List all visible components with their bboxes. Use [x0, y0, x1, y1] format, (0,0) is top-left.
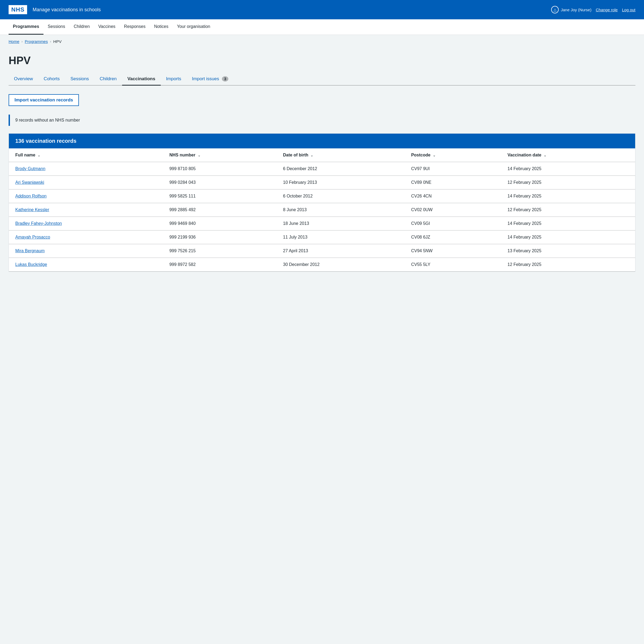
cell-nhs-7: 999 8972 582 — [163, 258, 277, 272]
warning-text: 9 records without an NHS number — [15, 118, 80, 122]
cell-vax-date-6: 13 February 2025 — [501, 244, 635, 258]
cell-nhs-3: 999 2885 492 — [163, 203, 277, 217]
nav-item-sessions[interactable]: Sessions — [43, 19, 69, 35]
user-name: Jane Joy (Nurse) — [561, 8, 591, 12]
cell-nhs-0: 999 8710 805 — [163, 162, 277, 176]
main-content: HPV Overview Cohorts Sessions Children V… — [0, 48, 644, 285]
col-header-vaccination-date[interactable]: Vaccination date ⌄ — [501, 148, 635, 162]
records-count-header: 136 vaccination records — [9, 134, 635, 148]
page-title: HPV — [9, 54, 635, 67]
cell-name-4: Bradley Fahey-Johnston — [9, 217, 163, 230]
patient-link-5[interactable]: Amayah Prosacco — [15, 235, 50, 239]
nhs-logo: NHS — [9, 5, 27, 14]
breadcrumb-home[interactable]: Home — [9, 39, 19, 44]
cell-postcode-3: CV02 0UW — [405, 203, 501, 217]
cell-postcode-0: CV97 9UI — [405, 162, 501, 176]
tab-overview[interactable]: Overview — [9, 73, 38, 86]
main-nav: Programmes Sessions Children Vaccines Re… — [0, 19, 644, 35]
cell-postcode-1: CV89 0NE — [405, 176, 501, 189]
cell-vax-date-7: 12 February 2025 — [501, 258, 635, 272]
cell-nhs-2: 999 5825 111 — [163, 189, 277, 203]
breadcrumb-current: HPV — [53, 39, 62, 44]
sort-icon-postcode: ⌄ — [433, 153, 436, 157]
header-left: NHS Manage vaccinations in schools — [9, 5, 101, 14]
cell-nhs-6: 999 7526 215 — [163, 244, 277, 258]
breadcrumb-sep-2: › — [50, 39, 51, 43]
cell-vax-date-3: 12 February 2025 — [501, 203, 635, 217]
patient-link-1[interactable]: Ari Swaniawski — [15, 180, 44, 185]
table-header-row: Full name ⌄ NHS number ⌄ Date of birth ⌄… — [9, 148, 635, 162]
tab-sessions[interactable]: Sessions — [65, 73, 94, 86]
patient-link-3[interactable]: Katherine Kessler — [15, 207, 49, 212]
patient-link-4[interactable]: Bradley Fahey-Johnston — [15, 221, 62, 226]
patient-link-6[interactable]: Mira Bergnaum — [15, 248, 45, 253]
cell-dob-0: 6 December 2012 — [277, 162, 405, 176]
cell-name-5: Amayah Prosacco — [9, 230, 163, 244]
site-title: Manage vaccinations in schools — [32, 7, 101, 13]
vaccination-records-table-container: 136 vaccination records Full name ⌄ NHS … — [9, 133, 635, 272]
log-out-link[interactable]: Log out — [622, 8, 635, 12]
nav-item-responses[interactable]: Responses — [120, 19, 150, 35]
cell-nhs-5: 999 2199 936 — [163, 230, 277, 244]
col-header-nhs-number[interactable]: NHS number ⌄ — [163, 148, 277, 162]
sort-icon-dob: ⌄ — [310, 153, 313, 157]
tab-children[interactable]: Children — [94, 73, 122, 86]
records-count-text: 136 vaccination records — [15, 138, 76, 144]
cell-vax-date-1: 12 February 2025 — [501, 176, 635, 189]
user-icon: △ — [551, 6, 559, 13]
nav-item-your-organisation[interactable]: Your organisation — [173, 19, 214, 35]
cell-postcode-7: CV55 5LY — [405, 258, 501, 272]
vaccination-records-table: Full name ⌄ NHS number ⌄ Date of birth ⌄… — [9, 148, 635, 272]
breadcrumb: Home › Programmes › HPV — [0, 35, 644, 48]
cell-dob-7: 30 December 2012 — [277, 258, 405, 272]
sort-icon-name: ⌄ — [38, 153, 40, 157]
table-row: Lukas Buckridge 999 8972 582 30 December… — [9, 258, 635, 272]
patient-link-0[interactable]: Brody Gutmann — [15, 166, 45, 171]
cell-vax-date-0: 14 February 2025 — [501, 162, 635, 176]
cell-postcode-2: CV26 4CN — [405, 189, 501, 203]
tab-import-issues[interactable]: Import issues 3 — [186, 73, 234, 86]
col-header-postcode[interactable]: Postcode ⌄ — [405, 148, 501, 162]
tab-vaccinations[interactable]: Vaccinations — [122, 73, 161, 86]
cell-dob-1: 10 February 2013 — [277, 176, 405, 189]
table-row: Ari Swaniawski 999 0284 043 10 February … — [9, 176, 635, 189]
cell-name-2: Addison Rolfson — [9, 189, 163, 203]
cell-name-0: Brody Gutmann — [9, 162, 163, 176]
cell-vax-date-5: 14 February 2025 — [501, 230, 635, 244]
nav-item-vaccines[interactable]: Vaccines — [94, 19, 120, 35]
cell-dob-6: 27 April 2013 — [277, 244, 405, 258]
nav-item-children[interactable]: Children — [69, 19, 94, 35]
breadcrumb-programmes[interactable]: Programmes — [25, 39, 48, 44]
tab-imports[interactable]: Imports — [161, 73, 187, 86]
table-row: Mira Bergnaum 999 7526 215 27 April 2013… — [9, 244, 635, 258]
nav-item-programmes[interactable]: Programmes — [9, 19, 43, 35]
cell-name-1: Ari Swaniawski — [9, 176, 163, 189]
table-row: Bradley Fahey-Johnston 999 9469 840 18 J… — [9, 217, 635, 230]
cell-vax-date-4: 14 February 2025 — [501, 217, 635, 230]
col-header-full-name[interactable]: Full name ⌄ — [9, 148, 163, 162]
cell-name-6: Mira Bergnaum — [9, 244, 163, 258]
import-vaccination-records-button[interactable]: Import vaccination records — [9, 94, 79, 106]
tab-bar: Overview Cohorts Sessions Children Vacci… — [9, 73, 635, 86]
header-right: △ Jane Joy (Nurse) Change role Log out — [551, 6, 635, 13]
sort-icon-vax-date: ⌄ — [544, 153, 546, 157]
cell-postcode-6: CV94 5NW — [405, 244, 501, 258]
change-role-link[interactable]: Change role — [596, 8, 618, 12]
table-row: Addison Rolfson 999 5825 111 6 October 2… — [9, 189, 635, 203]
cell-dob-5: 11 July 2013 — [277, 230, 405, 244]
col-header-dob[interactable]: Date of birth ⌄ — [277, 148, 405, 162]
patient-link-7[interactable]: Lukas Buckridge — [15, 262, 47, 267]
cell-postcode-5: CV08 6JZ — [405, 230, 501, 244]
cell-dob-4: 18 June 2013 — [277, 217, 405, 230]
table-row: Amayah Prosacco 999 2199 936 11 July 201… — [9, 230, 635, 244]
cell-nhs-4: 999 9469 840 — [163, 217, 277, 230]
sort-icon-nhs: ⌄ — [198, 153, 200, 157]
cell-dob-3: 8 June 2013 — [277, 203, 405, 217]
breadcrumb-sep-1: › — [21, 39, 23, 43]
cell-name-7: Lukas Buckridge — [9, 258, 163, 272]
nav-item-notices[interactable]: Notices — [150, 19, 173, 35]
import-issues-badge: 3 — [222, 76, 228, 82]
tab-cohorts[interactable]: Cohorts — [38, 73, 65, 86]
cell-postcode-4: CV09 5GI — [405, 217, 501, 230]
patient-link-2[interactable]: Addison Rolfson — [15, 194, 47, 198]
